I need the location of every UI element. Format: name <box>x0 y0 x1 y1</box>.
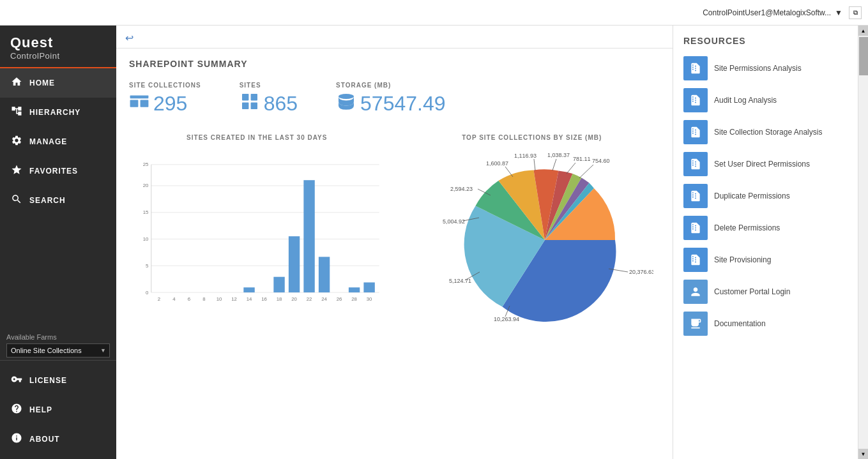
hierarchy-label: HIERARCHY <box>29 108 80 117</box>
svg-text:26: 26 <box>337 296 342 302</box>
home-label: HOME <box>29 79 55 87</box>
svg-text:20,376.63: 20,376.63 <box>629 269 653 275</box>
farms-select[interactable]: Online Site Collections <box>6 343 110 357</box>
svg-rect-29 <box>273 277 284 292</box>
resource-delete-permissions[interactable]: Delete Permissions <box>673 212 858 244</box>
pie-chart-container: TOP SITE COLLECTIONS BY SIZE (MB) <box>404 134 660 333</box>
site-collections-value: 295 <box>153 92 187 116</box>
top-bar-icons: ⧉ <box>849 6 862 19</box>
svg-rect-30 <box>289 236 300 292</box>
site-collections-label: SITE COLLECTIONS <box>129 82 201 89</box>
sidebar-nav: HOME HIERARCHY MANAGE FAVORITES <box>0 68 116 328</box>
home-icon <box>10 76 23 90</box>
content-area: ↩ SHAREPOINT SUMMARY SITE COLLECTIONS <box>116 26 673 459</box>
svg-line-63 <box>534 159 535 170</box>
resource-site-provisioning[interactable]: Site Provisioning <box>673 244 858 276</box>
about-icon <box>10 432 23 446</box>
scroll-thumb[interactable] <box>859 37 868 75</box>
svg-text:4: 4 <box>172 296 176 302</box>
svg-text:1,116.93: 1,116.93 <box>514 153 537 159</box>
sidebar-item-search[interactable]: SEARCH <box>0 186 116 215</box>
search-icon <box>10 193 23 207</box>
sidebar-item-favorites[interactable]: FAVORITES <box>0 156 116 186</box>
resource-icon-delete-permissions <box>683 216 708 240</box>
svg-text:10: 10 <box>217 296 222 302</box>
user-info[interactable]: ControlPointUser1@MetalogixSoftw... ▼ <box>703 8 842 17</box>
top-bar: ControlPointUser1@MetalogixSoftw... ▼ ⧉ <box>0 0 868 26</box>
summary-title: SHAREPOINT SUMMARY <box>129 59 660 69</box>
svg-rect-6 <box>250 103 257 109</box>
sites-value: 865 <box>264 92 298 116</box>
scroll-down-button[interactable]: ▼ <box>858 449 869 459</box>
svg-text:24: 24 <box>321 296 327 302</box>
svg-rect-27 <box>243 287 254 292</box>
pie-chart-svg: 20,376.63 10,263.94 5,124.71 5,004.92 <box>411 147 653 333</box>
resource-customer-portal[interactable]: Customer Portal Login <box>673 276 858 308</box>
storage-label: STORAGE (MB) <box>336 82 445 89</box>
svg-text:20: 20 <box>291 296 297 302</box>
resource-icon-set-user-permissions <box>683 152 708 176</box>
farms-select-wrapper[interactable]: Online Site Collections <box>6 343 110 357</box>
storage-icon <box>336 91 356 116</box>
resource-audit-log[interactable]: Audit Log Analysis <box>673 84 858 116</box>
sidebar: Quest ControlPoint HOME HIERARCHY MAN <box>0 26 116 459</box>
svg-text:8: 8 <box>202 296 206 302</box>
resource-icon-site-collection-storage <box>683 120 708 144</box>
content-header: ↩ <box>116 26 673 49</box>
svg-rect-32 <box>319 257 330 292</box>
svg-text:1,600.87: 1,600.87 <box>486 160 508 167</box>
sidebar-item-manage[interactable]: MANAGE <box>0 127 116 156</box>
resource-label-duplicate-permissions: Duplicate Permissions <box>714 192 790 200</box>
svg-text:15: 15 <box>143 209 149 215</box>
restore-icon[interactable]: ⧉ <box>849 6 862 19</box>
logo-quest: Quest <box>10 34 106 51</box>
resource-set-user-permissions[interactable]: Set User Direct Permissions <box>673 148 858 180</box>
bar-chart-svg: 0 5 10 15 20 25 <box>129 147 385 326</box>
svg-text:16: 16 <box>261 296 267 302</box>
hierarchy-icon <box>10 105 23 119</box>
sidebar-item-home[interactable]: HOME <box>0 68 116 98</box>
resources-panel: RESOURCES Site Permissions Analysis Audi… <box>673 26 858 459</box>
svg-line-69 <box>579 165 593 178</box>
stat-storage: STORAGE (MB) 57547.49 <box>336 82 445 116</box>
user-dropdown-arrow[interactable]: ▼ <box>835 8 842 17</box>
favorites-label: FAVORITES <box>29 167 78 176</box>
resource-site-collection-storage[interactable]: Site Collection Storage Analysis <box>673 116 858 148</box>
svg-text:20: 20 <box>143 183 149 189</box>
svg-rect-5 <box>242 103 248 109</box>
favorites-icon <box>10 164 23 178</box>
scrollbar: ▲ ▼ <box>858 26 868 459</box>
svg-rect-35 <box>363 282 374 292</box>
resource-duplicate-permissions[interactable]: Duplicate Permissions <box>673 180 858 212</box>
search-label: SEARCH <box>29 196 66 205</box>
svg-rect-0 <box>130 95 149 98</box>
svg-line-65 <box>552 159 556 170</box>
svg-text:2: 2 <box>158 296 160 302</box>
sidebar-item-about[interactable]: ABOUT <box>0 425 116 454</box>
resource-documentation[interactable]: Documentation <box>673 308 858 340</box>
svg-text:14: 14 <box>247 296 252 302</box>
svg-text:12: 12 <box>231 296 237 302</box>
storage-value-row: 57547.49 <box>336 91 445 116</box>
help-icon <box>10 403 23 417</box>
sidebar-item-license[interactable]: LICENSE <box>0 366 116 395</box>
sidebar-item-help[interactable]: HELP <box>0 395 116 425</box>
svg-text:22: 22 <box>307 296 312 302</box>
svg-text:10: 10 <box>143 236 149 242</box>
sidebar-item-hierarchy[interactable]: HIERARCHY <box>0 98 116 127</box>
nav-back-icon[interactable]: ↩ <box>125 32 133 44</box>
svg-text:5,004.92: 5,004.92 <box>443 218 465 225</box>
svg-text:6: 6 <box>188 296 191 302</box>
resources-title: RESOURCES <box>673 26 858 52</box>
scroll-up-button[interactable]: ▲ <box>858 26 869 36</box>
resource-site-permissions[interactable]: Site Permissions Analysis <box>673 52 858 84</box>
sidebar-bottom-nav: LICENSE HELP ABOUT <box>0 360 116 459</box>
help-label: HELP <box>29 405 52 414</box>
resource-label-customer-portal: Customer Portal Login <box>714 287 790 296</box>
stats-row: SITE COLLECTIONS 295 SITES <box>129 82 660 116</box>
svg-point-7 <box>339 94 354 99</box>
resource-label-site-permissions: Site Permissions Analysis <box>714 64 802 73</box>
svg-rect-3 <box>242 94 248 100</box>
resource-label-site-collection-storage: Site Collection Storage Analysis <box>714 128 822 137</box>
resource-icon-duplicate-permissions <box>683 184 708 208</box>
